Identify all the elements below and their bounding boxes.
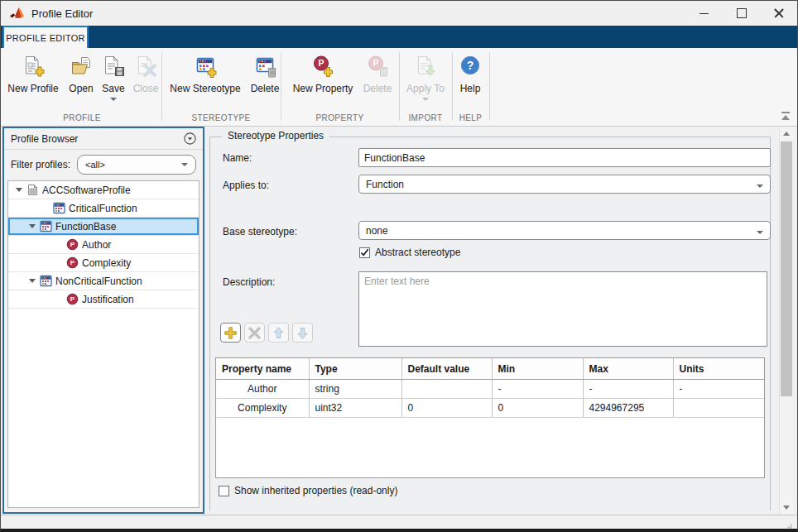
section-divider [281, 52, 281, 121]
expander-icon[interactable] [16, 188, 22, 192]
delete-stereotype-button[interactable]: Delete [248, 52, 282, 94]
new-property-button[interactable]: P New Property [286, 52, 359, 94]
cell-type[interactable]: string [309, 380, 401, 399]
abstract-stereotype-label: Abstract stereotype [375, 247, 460, 258]
cell-property-name[interactable]: Author [216, 380, 309, 399]
help-icon: ? [459, 55, 482, 78]
tree-item-label: ACCSoftwareProfile [42, 185, 131, 196]
applies-to-dropdown[interactable]: Function [358, 175, 771, 194]
arrow-up-icon [783, 132, 790, 136]
save-label: Save [102, 83, 124, 94]
close-button[interactable] [760, 1, 797, 26]
close-profile-button: Close [130, 52, 161, 94]
tree-item-accsoftwareprofile[interactable]: ACCSoftwareProfile [8, 181, 199, 199]
new-profile-button[interactable]: New Profile [6, 52, 60, 94]
new-stereotype-label: New Stereotype [170, 83, 240, 94]
resize-grip[interactable] [785, 520, 792, 527]
base-stereotype-label: Base stereotype: [223, 226, 297, 237]
help-button[interactable]: ? Help [455, 52, 485, 94]
ribbon-toolbar: New Profile Open [1, 48, 797, 127]
collapse-ribbon-icon [781, 112, 790, 113]
new-stereotype-button[interactable]: New Stereotype [166, 52, 244, 94]
tree-item-criticalfunction[interactable]: CriticalFunction [8, 199, 199, 218]
collapse-ribbon-button[interactable] [779, 112, 792, 122]
new-profile-label: New Profile [7, 83, 58, 94]
col-header-property-name[interactable]: Property name [216, 358, 309, 380]
cell-units[interactable]: - [673, 380, 764, 399]
cell-default-value[interactable] [401, 380, 492, 399]
filter-profiles-label: Filter profiles: [11, 159, 70, 170]
property-icon: P [65, 293, 79, 305]
cell-default-value[interactable]: 0 [401, 399, 492, 418]
cell-min[interactable]: - [492, 380, 583, 399]
open-label: Open [69, 83, 93, 94]
expander-icon[interactable] [29, 279, 36, 283]
section-label-stereotype: STEREOTYPE [161, 113, 281, 122]
cell-property-name[interactable]: Complexity [216, 399, 309, 418]
apply-to-label: Apply To [406, 83, 445, 94]
new-property-icon: P [311, 55, 334, 78]
tree-item-label: Justification [82, 294, 134, 305]
tab-label: PROFILE EDITOR [6, 33, 85, 43]
open-button[interactable]: Open [65, 52, 97, 94]
section-label-import: IMPORT [399, 113, 452, 122]
tree-item-justification[interactable]: P Justification [8, 290, 199, 309]
cell-min[interactable]: 0 [492, 399, 583, 418]
delete-stereotype-icon [253, 55, 276, 78]
save-dropdown-caret-icon[interactable] [110, 98, 117, 101]
minimize-icon [699, 13, 709, 14]
delete-stereotype-label: Delete [251, 83, 280, 94]
table-row-author[interactable]: Author string - - - [216, 380, 764, 399]
svg-text:P: P [70, 259, 75, 266]
new-profile-icon [22, 55, 45, 78]
minimize-button[interactable] [685, 1, 723, 26]
scrollbar-thumb[interactable] [781, 141, 792, 396]
col-header-min[interactable]: Min [492, 358, 583, 380]
tree-item-functionbase[interactable]: FunctionBase [8, 218, 199, 236]
panel-menu-icon[interactable] [184, 132, 196, 145]
profile-browser-panel: Profile Browser Filter profiles: <all> [2, 127, 204, 514]
tree-item-label: FunctionBase [55, 221, 116, 232]
expander-icon[interactable] [29, 224, 36, 228]
name-label: Name: [223, 152, 252, 164]
col-header-type[interactable]: Type [309, 358, 401, 380]
scroll-down-button[interactable] [780, 501, 793, 514]
section-divider [399, 52, 400, 121]
save-button[interactable]: Save [97, 52, 130, 101]
svg-text:P: P [70, 295, 75, 303]
filter-profiles-dropdown[interactable]: <all> [77, 155, 196, 175]
name-input[interactable] [358, 148, 771, 167]
show-inherited-checkbox[interactable]: Show inherited properties (read-only) [219, 485, 397, 496]
col-header-default-value[interactable]: Default value [401, 358, 492, 380]
close-profile-icon [134, 55, 157, 78]
tree-item-complexity[interactable]: P Complexity [8, 254, 199, 272]
ribbon-tab-strip: PROFILE EDITOR [1, 26, 797, 48]
base-stereotype-dropdown[interactable]: none [358, 221, 771, 240]
cell-max[interactable]: 4294967295 [583, 399, 673, 418]
profile-tree: ACCSoftwareProfile CriticalFunction [7, 180, 200, 508]
chevron-down-icon [181, 163, 188, 166]
tree-item-label: Author [82, 239, 111, 251]
table-row-complexity[interactable]: Complexity uint32 0 0 4294967295 [216, 399, 764, 418]
tree-item-label: CriticalFunction [69, 203, 137, 214]
add-property-button[interactable] [220, 323, 241, 343]
stereotype-icon [39, 220, 52, 232]
scroll-up-button[interactable] [780, 127, 793, 140]
abstract-stereotype-checkbox[interactable]: Abstract stereotype [359, 247, 460, 258]
applies-to-value: Function [366, 179, 404, 190]
cell-units[interactable] [673, 399, 764, 418]
cell-max[interactable]: - [583, 380, 673, 399]
checkbox-checked-icon [359, 247, 370, 258]
tree-item-author[interactable]: P Author [8, 236, 199, 254]
vertical-scrollbar[interactable] [779, 127, 793, 514]
svg-text:P: P [70, 241, 75, 248]
cell-type[interactable]: uint32 [309, 399, 401, 418]
description-textarea[interactable] [358, 271, 767, 347]
remove-property-button [244, 323, 265, 343]
maximize-button[interactable] [723, 1, 760, 26]
tab-profile-editor[interactable]: PROFILE EDITOR [2, 26, 89, 48]
col-header-max[interactable]: Max [583, 358, 673, 380]
col-header-units[interactable]: Units [673, 358, 764, 380]
maximize-icon [737, 8, 747, 18]
tree-item-noncriticalfunction[interactable]: NonCriticalFunction [8, 272, 199, 290]
